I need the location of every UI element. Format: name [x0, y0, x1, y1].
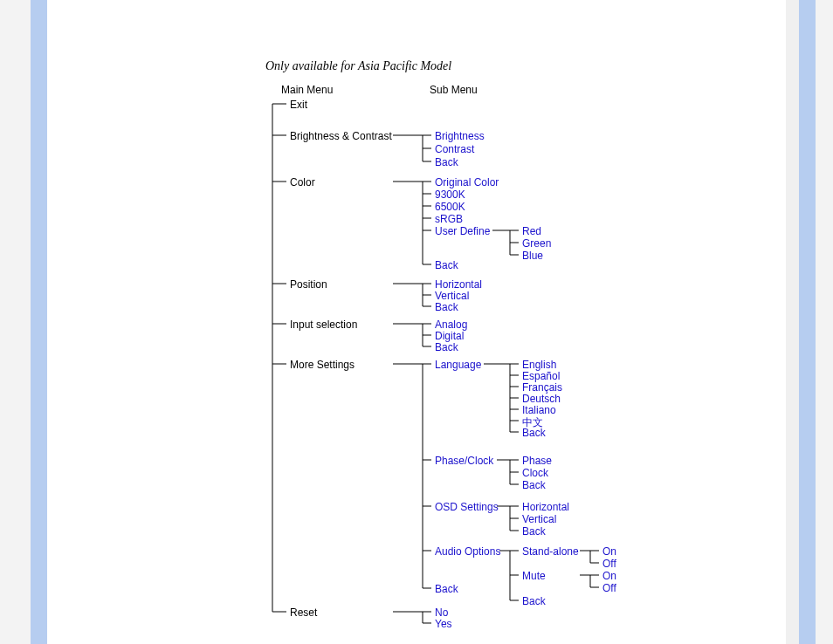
pc-phase: Phase — [522, 455, 552, 467]
pc-back: Back — [522, 479, 546, 491]
sub-language: Language — [435, 359, 481, 371]
osd-horizontal: Horizontal — [522, 501, 569, 513]
sub-back-pos: Back — [435, 301, 458, 313]
sub-audio-options: Audio Options — [435, 545, 500, 558]
sub-9300k: 9300K — [435, 188, 465, 201]
menu-exit: Exit — [290, 99, 307, 111]
audio-back: Back — [522, 595, 546, 607]
sub-analog: Analog — [435, 319, 467, 331]
sub-original-color: Original Color — [435, 176, 499, 188]
margin-blue-left — [31, 0, 47, 644]
menu-color: Color — [290, 176, 315, 188]
sub-vertical: Vertical — [435, 290, 469, 302]
sub-digital: Digital — [435, 330, 464, 342]
menu-more-settings: More Settings — [290, 359, 355, 371]
sub-brightness: Brightness — [435, 130, 485, 142]
sub-phase-clock: Phase/Clock — [435, 455, 493, 467]
menu-input-selection: Input selection — [290, 319, 357, 331]
sub-srgb: sRGB — [435, 213, 463, 225]
margin-grey-left — [0, 0, 31, 644]
lang-deutsch: Deutsch — [522, 393, 561, 405]
sub-user-define: User Define — [435, 225, 490, 237]
sub-osd-settings: OSD Settings — [435, 501, 499, 513]
margin-blue-right — [799, 0, 816, 644]
menu-position: Position — [290, 278, 327, 291]
sub-red: Red — [522, 225, 541, 237]
sub-horizontal: Horizontal — [435, 278, 482, 291]
reset-yes: Yes — [435, 618, 452, 630]
sa-off: Off — [602, 558, 616, 570]
content-area: Only available for Asia Pacific Model Ma… — [47, 0, 786, 644]
sub-blue: Blue — [522, 250, 543, 262]
sub-back-color: Back — [435, 259, 458, 271]
sub-back-input: Back — [435, 341, 458, 353]
menu-reset: Reset — [290, 606, 317, 619]
tree-lines — [47, 0, 746, 644]
osd-vertical: Vertical — [522, 513, 556, 525]
menu-brightness-contrast: Brightness & Contrast — [290, 130, 392, 142]
sub-back-bc: Back — [435, 156, 458, 168]
page: Only available for Asia Pacific Model Ma… — [0, 0, 833, 644]
sub-contrast: Contrast — [435, 143, 474, 155]
sa-on: On — [602, 545, 616, 558]
audio-standalone: Stand-alone — [522, 545, 579, 558]
mute-on: On — [602, 570, 616, 582]
lang-english: English — [522, 359, 556, 371]
mute-off: Off — [602, 582, 616, 594]
margin-grey-right — [816, 0, 833, 644]
lang-back: Back — [522, 427, 546, 439]
sub-6500k: 6500K — [435, 201, 465, 213]
reset-no: No — [435, 606, 448, 619]
sub-green: Green — [522, 237, 551, 250]
osd-back: Back — [522, 525, 546, 538]
sub-back-more: Back — [435, 583, 458, 595]
audio-mute: Mute — [522, 570, 546, 582]
lang-espanol: Español — [522, 370, 560, 382]
lang-italiano: Italiano — [522, 404, 556, 416]
lang-francais: Français — [522, 381, 562, 394]
pc-clock: Clock — [522, 467, 548, 479]
